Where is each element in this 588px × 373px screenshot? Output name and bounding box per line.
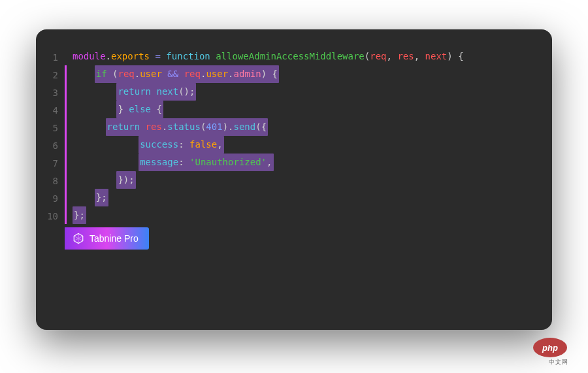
suggestion-indicator (65, 65, 67, 224)
line-number: 2 (42, 67, 58, 84)
code-line-5: return res.status(401).send({ (65, 118, 552, 136)
line-number: 9 (42, 190, 58, 208)
line-number: 3 (42, 84, 58, 102)
code-body[interactable]: module.exports = function alloweAdminAcc… (65, 48, 552, 225)
code-line-8: }); (65, 171, 552, 189)
code-line-9: }; (65, 189, 552, 206)
line-number: 5 (42, 120, 58, 137)
code-area: 1 2 3 4 5 6 7 8 9 10 module.exports = fu… (36, 29, 552, 225)
code-line-3: return next(); (65, 83, 552, 101)
line-number: 6 (42, 137, 58, 155)
tabnine-pro-badge[interactable]: Tabnine Pro (65, 227, 149, 250)
line-number: 1 (42, 49, 58, 67)
line-number: 10 (42, 208, 58, 225)
code-line-10: }; (65, 206, 552, 224)
tabnine-label: Tabnine Pro (90, 233, 139, 244)
code-line-6: success: false, (65, 136, 552, 154)
code-line-4: } else { (65, 101, 552, 118)
line-number: 8 (42, 172, 58, 190)
code-line-1: module.exports = function alloweAdminAcc… (65, 48, 552, 65)
php-watermark-text: 中文网 (549, 358, 568, 366)
line-number: 4 (42, 102, 58, 120)
code-line-2: if (req.user && req.user.admin) { (65, 65, 552, 83)
tabnine-icon (73, 233, 84, 244)
code-line-7: message: 'Unauthorized', (65, 154, 552, 171)
php-logo: php (533, 338, 567, 357)
code-editor: 1 2 3 4 5 6 7 8 9 10 module.exports = fu… (36, 29, 552, 330)
line-gutter: 1 2 3 4 5 6 7 8 9 10 (36, 48, 65, 225)
line-number: 7 (42, 155, 58, 172)
